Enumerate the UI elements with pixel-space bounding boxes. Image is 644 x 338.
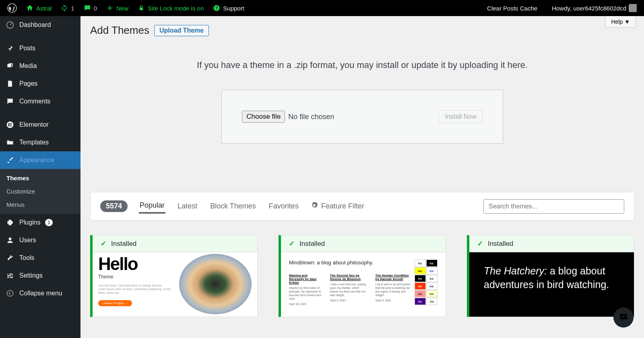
theme-card[interactable]: ✓Installed The Hatchery: a blog about ad… xyxy=(467,235,634,317)
theme-card[interactable]: ✓Installed Hello Theme I am text block. … xyxy=(90,235,258,317)
refresh-icon xyxy=(60,4,68,12)
svg-point-15 xyxy=(11,275,12,276)
sidebar-item-tools[interactable]: Tools xyxy=(0,249,80,267)
help-tab[interactable]: Help ▼ xyxy=(605,16,636,28)
site-name: Astral xyxy=(36,5,52,12)
sidebar-item-pages[interactable]: Pages xyxy=(0,75,80,93)
pin-icon xyxy=(6,44,14,53)
submenu-customize[interactable]: Customize xyxy=(0,185,80,198)
filter-tab-block[interactable]: Block Themes xyxy=(209,200,257,213)
howdy-user[interactable]: Howdy, user6425fc8602dcd xyxy=(549,4,640,12)
sidebar-item-label: Collapse menu xyxy=(19,290,62,297)
check-icon: ✓ xyxy=(289,239,295,248)
support-link[interactable]: ? Support xyxy=(209,4,248,12)
theme-preview: The Hatchery: a blog about adventures in… xyxy=(469,252,634,317)
choose-file-button[interactable]: Choose file xyxy=(242,111,285,123)
sidebar-item-label: Pages xyxy=(19,80,37,87)
submenu-menus[interactable]: Menus xyxy=(0,198,80,211)
svg-rect-19 xyxy=(621,317,625,318)
theme-card[interactable]: ✓Installed Mindblown: a blog about philo… xyxy=(279,235,446,317)
wrench-icon xyxy=(6,254,14,262)
sidebar-item-appearance[interactable]: Appearance xyxy=(0,151,80,169)
theme-preview: Hello Theme I am text block. Click edit … xyxy=(93,252,257,317)
submenu-themes[interactable]: Themes xyxy=(0,171,80,185)
avatar xyxy=(629,4,637,12)
theme-filter-bar: 5574 Popular Latest Block Themes Favorit… xyxy=(90,192,634,221)
page-title: Add Themes xyxy=(90,24,149,37)
install-now-button[interactable]: Install Now xyxy=(439,110,482,123)
lock-label: Site Lock mode is on xyxy=(148,5,204,12)
sidebar-item-users[interactable]: Users xyxy=(0,231,80,249)
sidebar-item-media[interactable]: Media xyxy=(0,57,80,75)
sidebar-item-label: Dashboard xyxy=(19,21,51,29)
chat-button[interactable] xyxy=(613,307,634,328)
svg-point-4 xyxy=(8,65,9,66)
installed-badge: ✓Installed xyxy=(93,235,257,252)
sidebar-item-label: Media xyxy=(19,62,37,70)
wp-logo[interactable] xyxy=(4,3,20,13)
sidebar-item-elementor[interactable]: Elementor xyxy=(0,116,80,134)
sidebar-item-label: Plugins xyxy=(19,219,40,226)
media-icon xyxy=(6,62,14,70)
site-lock[interactable]: Site Lock mode is on xyxy=(134,4,207,12)
search-themes-input[interactable] xyxy=(483,199,624,214)
admin-toolbar: Astral 1 0 New Site Lock mode is on ? Su… xyxy=(0,0,644,16)
sidebar-collapse[interactable]: Collapse menu xyxy=(0,284,80,302)
plus-icon xyxy=(106,4,114,12)
comment-icon xyxy=(6,97,14,106)
feature-filter-button[interactable]: Feature Filter xyxy=(311,202,364,211)
svg-rect-7 xyxy=(10,123,12,124)
theme-preview: Mindblown: a blog about philosophy. Nami… xyxy=(281,252,446,317)
preview-headline: Mindblown: a blog about philosophy. xyxy=(289,260,411,266)
sidebar-item-label: Comments xyxy=(19,98,50,105)
preview-text: I am text block. Click edit button to ch… xyxy=(98,284,171,295)
comments-link[interactable]: 0 xyxy=(80,4,100,12)
updates-link[interactable]: 1 xyxy=(57,4,77,12)
comment-icon xyxy=(83,4,91,12)
help-icon: ? xyxy=(213,4,221,12)
home-icon xyxy=(26,4,34,12)
svg-rect-6 xyxy=(8,123,9,126)
plugins-badge: 1 xyxy=(45,219,53,226)
feature-filter-label: Feature Filter xyxy=(321,202,364,210)
admin-sidebar: Dashboard Posts Media Pages Comments Ele… xyxy=(0,16,80,332)
installed-badge: ✓Installed xyxy=(469,235,634,252)
theme-grid: ✓Installed Hello Theme I am text block. … xyxy=(80,221,644,332)
settings-icon xyxy=(6,271,14,280)
svg-rect-18 xyxy=(621,316,626,317)
sidebar-item-settings[interactable]: Settings xyxy=(0,267,80,284)
clear-cache[interactable]: Clear Posts Cache xyxy=(484,5,541,12)
comments-count: 0 xyxy=(94,5,97,12)
sidebar-item-templates[interactable]: Templates xyxy=(0,134,80,151)
sidebar-item-posts[interactable]: Posts xyxy=(0,39,80,57)
elementor-icon xyxy=(6,120,14,129)
upload-instructions: If you have a theme in a .zip format, yo… xyxy=(89,60,636,70)
file-status: No file chosen xyxy=(288,113,334,121)
howdy-text: Howdy, user6425fc8602dcd xyxy=(552,5,626,12)
page-icon xyxy=(6,79,14,88)
new-link[interactable]: New xyxy=(103,4,132,12)
user-icon xyxy=(6,236,14,245)
updates-count: 1 xyxy=(71,5,74,12)
wordpress-icon xyxy=(7,3,17,13)
svg-point-16 xyxy=(9,277,10,278)
sidebar-item-plugins[interactable]: Plugins1 xyxy=(0,214,80,231)
upload-form: Choose file No file chosen Install Now xyxy=(221,90,503,144)
lock-icon xyxy=(137,4,145,12)
upload-theme-button[interactable]: Upload Theme xyxy=(154,25,209,36)
sidebar-item-label: Users xyxy=(19,237,36,244)
check-icon: ✓ xyxy=(477,239,483,248)
filter-tab-latest[interactable]: Latest xyxy=(177,200,198,213)
collapse-icon xyxy=(6,289,14,298)
filter-tab-favorites[interactable]: Favorites xyxy=(268,200,299,213)
site-link[interactable]: Astral xyxy=(23,4,55,12)
preview-subtitle: Theme xyxy=(98,274,171,280)
sidebar-item-dashboard[interactable]: Dashboard xyxy=(0,16,80,34)
sidebar-item-comments[interactable]: Comments xyxy=(0,93,80,110)
folder-icon xyxy=(6,138,14,147)
preview-image xyxy=(179,254,252,314)
color-swatches: Aa:Aa: Aa:Aa: Aa:Aa: Aa:Aa: Aa:Aa: Aa:Aa xyxy=(415,260,438,309)
main-content: Help ▼ Add Themes Upload Theme If you ha… xyxy=(80,16,644,332)
check-icon: ✓ xyxy=(101,239,106,248)
filter-tab-popular[interactable]: Popular xyxy=(139,199,165,214)
